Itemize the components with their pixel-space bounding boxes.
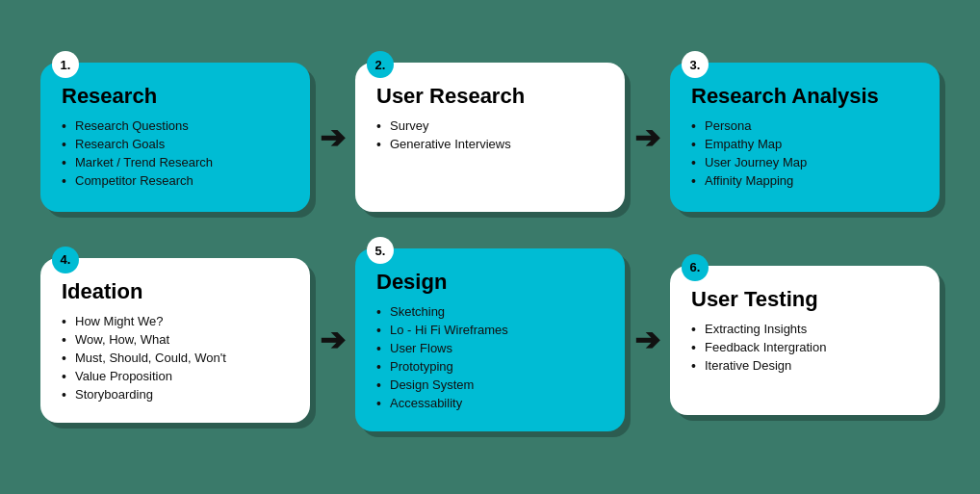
list-item: How Might We?: [62, 314, 289, 328]
card-list-research-analysis: PersonaEmpathy MapUser Journey MapAffini…: [691, 118, 918, 188]
arrow-right-icon: ➔: [634, 119, 660, 156]
step-number-ideation: 4.: [52, 247, 79, 273]
list-item: Storyboarding: [62, 387, 289, 402]
list-item: Accessability: [376, 396, 604, 410]
step-number-user-testing: 6.: [682, 254, 709, 281]
card-list-ideation: How Might We?Wow, How, WhatMust, Should,…: [62, 314, 289, 402]
card-design: 5.DesignSketchingLo - Hi Fi WireframesUs…: [355, 248, 625, 431]
card-research-analysis: 3.Research AnalysisPersonaEmpathy MapUse…: [670, 63, 940, 212]
list-item: Value Proposition: [62, 369, 289, 383]
card-title-research: Research: [62, 84, 289, 109]
card-list-design: SketchingLo - Hi Fi WireframesUser Flows…: [376, 304, 604, 410]
list-item: User Flows: [376, 341, 604, 355]
list-item: Prototyping: [376, 359, 604, 374]
list-item: Sketching: [376, 304, 604, 319]
list-item: Persona: [691, 118, 918, 133]
arrow-right-icon: ➔: [320, 322, 346, 358]
row-2: 4.IdeationHow Might We?Wow, How, WhatMus…: [18, 239, 962, 441]
step-number-research-analysis: 3.: [682, 51, 709, 78]
list-item: Competitor Research: [62, 173, 289, 188]
card-title-ideation: Ideation: [62, 279, 289, 304]
list-item: Lo - Hi Fi Wireframes: [376, 323, 604, 337]
list-item: Wow, How, What: [62, 332, 289, 347]
card-title-user-testing: User Testing: [691, 287, 918, 312]
list-item: Feedback Intergration: [691, 340, 918, 354]
arrow-right-icon: ➔: [634, 322, 660, 358]
list-item: Must, Should, Could, Won't: [62, 351, 289, 365]
list-item: Affinity Mapping: [691, 173, 918, 188]
list-item: Generative Interviews: [376, 137, 604, 151]
list-item: Iterative Design: [691, 358, 918, 373]
card-list-user-testing: Extracting InsightsFeedback Intergration…: [691, 322, 918, 373]
list-item: Research Goals: [62, 137, 289, 151]
arrow-right-icon: ➔: [320, 119, 346, 156]
step-number-user-research: 2.: [367, 51, 394, 78]
step-number-design: 5.: [367, 237, 394, 264]
diagram: 1.ResearchResearch QuestionsResearch Goa…: [18, 53, 962, 441]
card-user-testing: 6.User TestingExtracting InsightsFeedbac…: [670, 266, 940, 415]
card-list-user-research: SurveyGenerative Interviews: [376, 118, 604, 151]
list-item: Research Questions: [62, 118, 289, 133]
list-item: Market / Trend Research: [62, 155, 289, 169]
card-user-research: 2.User ResearchSurveyGenerative Intervie…: [355, 63, 625, 212]
card-title-research-analysis: Research Analysis: [691, 84, 918, 109]
list-item: Survey: [376, 118, 604, 133]
card-list-research: Research QuestionsResearch GoalsMarket /…: [62, 118, 289, 188]
list-item: Design System: [376, 377, 604, 392]
list-item: User Journey Map: [691, 155, 918, 169]
card-ideation: 4.IdeationHow Might We?Wow, How, WhatMus…: [40, 258, 310, 423]
list-item: Empathy Map: [691, 137, 918, 151]
card-title-design: Design: [376, 270, 604, 295]
row-1: 1.ResearchResearch QuestionsResearch Goa…: [18, 53, 962, 221]
step-number-research: 1.: [52, 51, 79, 78]
card-research: 1.ResearchResearch QuestionsResearch Goa…: [40, 63, 310, 212]
card-title-user-research: User Research: [376, 84, 604, 109]
list-item: Extracting Insights: [691, 322, 918, 336]
